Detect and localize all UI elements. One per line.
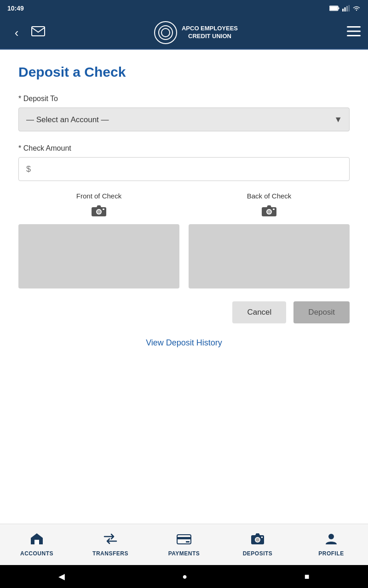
check-amount-label: * Check Amount [18, 144, 350, 153]
check-photos: Front of Check Back of Check [18, 192, 350, 288]
android-nav: ◀ ● ■ [0, 565, 368, 588]
mail-button[interactable] [31, 26, 45, 39]
view-deposit-history-link[interactable]: View Deposit History [18, 338, 350, 348]
svg-rect-27 [261, 537, 263, 538]
transfers-icon [104, 532, 117, 548]
android-recents[interactable]: ■ [305, 572, 310, 582]
android-home[interactable]: ● [182, 572, 187, 582]
wifi-icon [352, 5, 361, 11]
menu-button[interactable] [347, 26, 361, 39]
svg-rect-7 [32, 27, 45, 36]
deposits-icon [250, 532, 265, 548]
nav-item-accounts[interactable]: ACCOUNTS [0, 532, 74, 557]
payments-label: PAYMENTS [168, 550, 200, 557]
front-check-placeholder [18, 224, 179, 288]
svg-rect-19 [34, 540, 39, 544]
android-back[interactable]: ◀ [58, 571, 65, 582]
svg-point-26 [256, 538, 259, 542]
svg-rect-18 [273, 209, 275, 210]
svg-rect-6 [349, 5, 350, 11]
check-amount-input[interactable] [18, 157, 350, 181]
profile-label: PROFILE [318, 550, 344, 557]
svg-rect-2 [339, 7, 339, 9]
back-camera-button[interactable] [261, 204, 277, 220]
svg-point-28 [328, 534, 334, 539]
nav-item-payments[interactable]: $ PAYMENTS [147, 532, 221, 557]
svg-rect-23 [186, 541, 190, 543]
svg-rect-3 [342, 9, 344, 11]
main-content: Deposit a Check * Deposit To — Select an… [0, 50, 368, 524]
svg-point-17 [267, 210, 271, 214]
svg-rect-5 [346, 6, 348, 11]
accounts-label: ACCOUNTS [20, 550, 53, 557]
svg-rect-14 [103, 209, 104, 210]
header-left: ‹ [7, 26, 45, 40]
back-check-label: Back of Check [247, 192, 292, 200]
svg-rect-4 [345, 7, 346, 11]
battery-icon [329, 6, 339, 11]
svg-text:$: $ [179, 540, 181, 544]
back-button[interactable]: ‹ [7, 26, 26, 40]
header-logo: APCO EMPLOYEES CREDIT UNION [154, 21, 238, 44]
buttons-row: Cancel Deposit [18, 301, 350, 323]
svg-rect-10 [347, 35, 361, 36]
account-select[interactable]: — Select an Account —Checking AccountSav… [18, 107, 350, 131]
status-bar: 10:49 [0, 0, 368, 17]
front-camera-button[interactable] [91, 204, 107, 220]
front-check-label: Front of Check [76, 192, 121, 200]
front-check-section: Front of Check [18, 192, 179, 288]
deposits-label: DEPOSITS [243, 550, 273, 557]
back-check-placeholder [189, 224, 350, 288]
nav-item-profile[interactable]: PROFILE [294, 532, 368, 557]
cancel-button[interactable]: Cancel [232, 301, 286, 323]
svg-rect-1 [330, 6, 338, 10]
status-time: 10:49 [7, 5, 24, 12]
status-icons [329, 5, 361, 11]
svg-rect-21 [177, 537, 191, 539]
bottom-nav: ACCOUNTS TRANSFERS $ PAYMENTS [0, 524, 368, 565]
svg-point-13 [97, 210, 101, 214]
svg-rect-9 [347, 31, 361, 32]
nav-item-transfers[interactable]: TRANSFERS [74, 532, 147, 557]
signal-icon [342, 5, 350, 11]
svg-rect-8 [347, 26, 361, 28]
profile-icon [325, 532, 338, 548]
deposit-button[interactable]: Deposit [293, 301, 350, 323]
deposit-to-label: * Deposit To [18, 95, 350, 103]
nav-item-deposits[interactable]: DEPOSITS [221, 532, 294, 557]
accounts-icon [30, 532, 44, 548]
back-check-section: Back of Check [189, 192, 350, 288]
page-title: Deposit a Check [18, 64, 350, 80]
transfers-label: TRANSFERS [92, 550, 128, 557]
payments-icon: $ [177, 532, 191, 548]
account-select-wrapper: — Select an Account —Checking AccountSav… [18, 107, 350, 131]
logo-text: APCO EMPLOYEES CREDIT UNION [182, 25, 238, 40]
header: ‹ APCO EMPLOYEES CREDIT UNION [0, 17, 368, 50]
logo-icon [154, 21, 177, 44]
